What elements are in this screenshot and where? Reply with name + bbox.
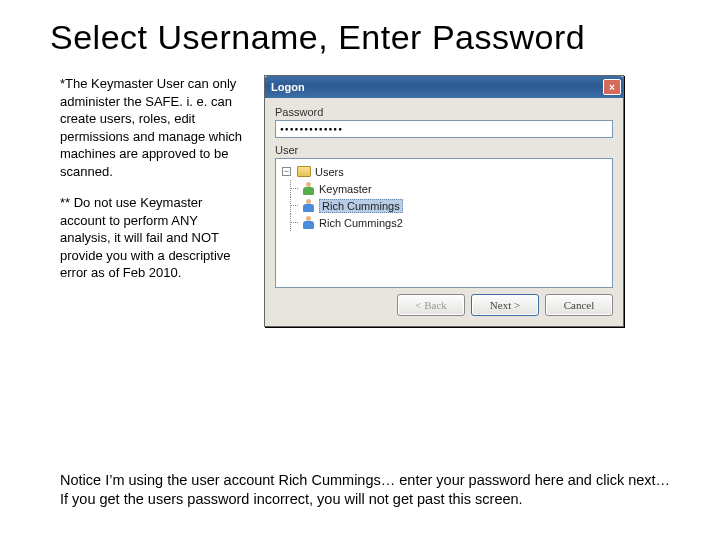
logon-dialog: Logon × Password ••••••••••••• User − Us… [264, 75, 624, 327]
tree-item-rich-cummings2[interactable]: Rich Cummings2 [280, 214, 608, 231]
slide-title: Select Username, Enter Password [0, 0, 720, 57]
close-button[interactable]: × [603, 79, 621, 95]
dialog-title: Logon [271, 81, 305, 93]
note-1: *The Keymaster User can only administer … [60, 75, 250, 180]
next-button[interactable]: Next > [471, 294, 539, 316]
password-label: Password [275, 106, 323, 118]
password-value: ••••••••••••• [280, 123, 343, 135]
content-row: *The Keymaster User can only administer … [0, 57, 720, 327]
user-label: User [275, 144, 298, 156]
tree-root[interactable]: − Users [280, 163, 608, 180]
cancel-button[interactable]: Cancel [545, 294, 613, 316]
person-icon [302, 199, 315, 212]
password-input[interactable]: ••••••••••••• [275, 120, 613, 138]
tree-item-rich-cummings[interactable]: Rich Cummings [280, 197, 608, 214]
tree-root-label: Users [315, 166, 344, 178]
left-column: *The Keymaster User can only administer … [60, 75, 250, 327]
button-row: < Back Next > Cancel [397, 294, 613, 316]
tree-item-label: Keymaster [319, 183, 372, 195]
tree-item-label: Rich Cummings2 [319, 217, 403, 229]
caption-text: Notice I’m using the user account Rich C… [60, 471, 680, 510]
tree-item-keymaster[interactable]: Keymaster [280, 180, 608, 197]
person-icon [302, 182, 315, 195]
folder-icon [297, 166, 311, 177]
note-2: ** Do not use Keymaster account to perfo… [60, 194, 250, 282]
close-icon: × [609, 82, 615, 93]
tree-item-label: Rich Cummings [319, 199, 403, 213]
person-icon [302, 216, 315, 229]
titlebar: Logon × [265, 76, 623, 98]
collapse-icon[interactable]: − [282, 167, 291, 176]
user-tree[interactable]: − Users Keymaster Rich Cummings Rich Cum… [275, 158, 613, 288]
back-button[interactable]: < Back [397, 294, 465, 316]
